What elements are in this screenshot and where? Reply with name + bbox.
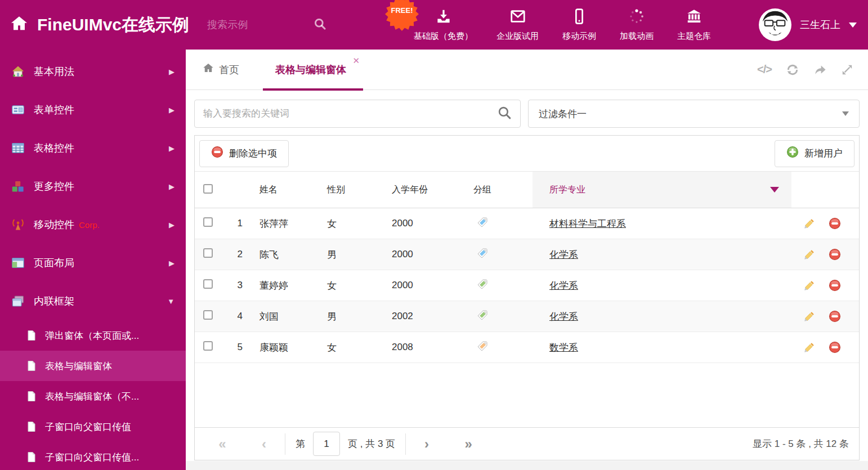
sidebar-item-label: 页面布局: [34, 256, 74, 270]
home-icon[interactable]: [10, 15, 28, 35]
file-icon: [26, 451, 37, 463]
home-icon: [203, 62, 214, 77]
sidebar-subitem-grid-edit-window[interactable]: 表格与编辑窗体: [0, 351, 186, 381]
free-badge-label: FREE!: [384, 6, 420, 15]
sidebar-subitem-child-to-parent[interactable]: 子窗口向父窗口传值: [0, 411, 186, 442]
delete-icon[interactable]: [829, 279, 841, 292]
row-checkbox[interactable]: [203, 248, 213, 258]
cubes-icon: [11, 180, 25, 193]
cell-year: 2000: [381, 249, 462, 260]
row-checkbox[interactable]: [203, 341, 213, 351]
table-body: 1 张萍萍 女 2000 材料科学与工程系: [195, 208, 859, 363]
pager-summary: 显示 1 - 5 条 , 共 12 条: [753, 437, 852, 450]
cell-name: 董婷婷: [248, 279, 316, 292]
file-icon: [26, 360, 37, 371]
cell-name: 陈飞: [248, 248, 316, 261]
major-link[interactable]: 材料科学与工程系: [549, 218, 626, 229]
add-user-button[interactable]: 新增用户: [775, 140, 854, 167]
nav-item-theme-repository[interactable]: 主题仓库: [665, 8, 723, 42]
sidebar-item-inline-frames[interactable]: 内联框架 ▼: [0, 282, 186, 320]
sidebar-item-form-controls[interactable]: 表单控件 ▶: [0, 91, 186, 129]
nav-item-mobile-examples[interactable]: 移动示例: [551, 8, 608, 42]
cell-year: 2000: [381, 218, 462, 229]
first-page-button[interactable]: «: [202, 436, 243, 452]
delete-selected-button[interactable]: 删除选中项: [199, 140, 289, 167]
active-tab-underline: [263, 88, 363, 91]
sidebar-subitem-label: 弹出窗体（本页面或...: [45, 329, 139, 342]
major-link[interactable]: 化学系: [549, 249, 578, 260]
close-icon[interactable]: ✕: [352, 56, 360, 65]
expand-icon[interactable]: [841, 64, 853, 76]
header-search-input[interactable]: [207, 19, 297, 31]
column-header-name[interactable]: 姓名: [248, 184, 316, 196]
delete-icon[interactable]: [829, 217, 841, 230]
sidebar-item-grid-controls[interactable]: 表格控件 ▶: [0, 129, 186, 167]
nav-item-enterprise-trial[interactable]: 企业版试用: [485, 8, 551, 42]
header-search: [207, 17, 326, 33]
cell-gender: 女: [316, 217, 381, 230]
last-page-button[interactable]: »: [448, 436, 489, 452]
tab-tools: </>: [757, 63, 853, 77]
pager-divider: [285, 433, 285, 455]
frames-icon: [11, 294, 25, 308]
page-number-input[interactable]: [313, 432, 340, 456]
tab-home[interactable]: 首页: [203, 62, 239, 77]
sidebar-subitem-child-to-parent-2[interactable]: 子窗口向父窗口传值...: [0, 442, 186, 470]
edit-icon[interactable]: [804, 218, 815, 229]
cell-name: 康颖颖: [248, 341, 316, 354]
sidebar-item-page-layout[interactable]: 页面布局 ▶: [0, 244, 186, 282]
tab-grid-edit-window[interactable]: 表格与编辑窗体 ✕: [263, 50, 363, 90]
pagination-bar: « ‹ 第 页 , 共 3 页 › » 显示 1 - 5 条 , 共 12 条: [195, 427, 859, 460]
source-code-icon[interactable]: </>: [757, 63, 772, 76]
chevron-right-icon: ▶: [169, 144, 175, 153]
row-index: 2: [229, 249, 248, 260]
tag-icon: [462, 278, 533, 293]
open-in-new-icon[interactable]: [813, 63, 827, 77]
user-menu[interactable]: 三生石上: [759, 0, 857, 50]
next-page-button[interactable]: ›: [406, 436, 448, 452]
bank-icon: [686, 8, 703, 27]
row-checkbox[interactable]: [203, 217, 213, 227]
delete-icon[interactable]: [829, 341, 841, 353]
nav-item-loading-animations[interactable]: 加载动画: [608, 8, 665, 42]
delete-icon[interactable]: [829, 248, 841, 261]
delete-icon[interactable]: [829, 310, 841, 323]
sidebar-item-more-controls[interactable]: 更多控件 ▶: [0, 167, 186, 205]
search-icon[interactable]: [313, 17, 326, 33]
form-icon: [11, 103, 25, 117]
nav-item-label: 企业版试用: [496, 31, 539, 42]
keyword-search-input[interactable]: [203, 108, 497, 119]
column-header-year[interactable]: 入学年份: [381, 184, 462, 196]
edit-icon[interactable]: [804, 311, 815, 322]
edit-icon[interactable]: [804, 249, 815, 260]
prev-page-button[interactable]: ‹: [243, 436, 285, 452]
cell-gender: 男: [316, 248, 381, 261]
download-icon: [435, 8, 452, 27]
delete-selected-label: 删除选中项: [229, 147, 277, 160]
refresh-icon[interactable]: [786, 63, 799, 77]
cell-name: 刘国: [248, 310, 316, 323]
sidebar-item-basic-usage[interactable]: 基本用法 ▶: [0, 52, 186, 91]
nav-item-label: 移动示例: [562, 31, 596, 42]
column-header-major-label: 所学专业: [549, 184, 585, 196]
major-link[interactable]: 数学系: [549, 342, 578, 353]
search-icon[interactable]: [497, 105, 512, 122]
column-header-group[interactable]: 分组: [462, 184, 533, 196]
edit-icon[interactable]: [804, 342, 815, 353]
major-link[interactable]: 化学系: [549, 280, 578, 291]
major-link[interactable]: 化学系: [549, 311, 578, 322]
mobile-icon: [571, 8, 588, 27]
select-all-checkbox[interactable]: [203, 184, 213, 194]
tab-bar: 首页 表格与编辑窗体 ✕ </>: [186, 50, 868, 90]
sidebar-item-mobile-controls[interactable]: 移动控件 Corp. ▶: [0, 205, 186, 244]
row-checkbox[interactable]: [203, 279, 213, 289]
filter-dropdown[interactable]: 过滤条件一: [528, 100, 860, 128]
column-header-major[interactable]: 所学专业: [533, 172, 791, 208]
edit-icon[interactable]: [804, 280, 815, 291]
column-header-gender[interactable]: 性别: [316, 184, 381, 196]
sidebar-subitem-grid-edit-window-2[interactable]: 表格与编辑窗体（不...: [0, 381, 186, 411]
nav-item-label: 加载动画: [620, 31, 654, 42]
row-checkbox[interactable]: [203, 310, 213, 320]
sidebar-subitem-popup-window[interactable]: 弹出窗体（本页面或...: [0, 320, 186, 351]
antenna-icon: [11, 218, 25, 231]
